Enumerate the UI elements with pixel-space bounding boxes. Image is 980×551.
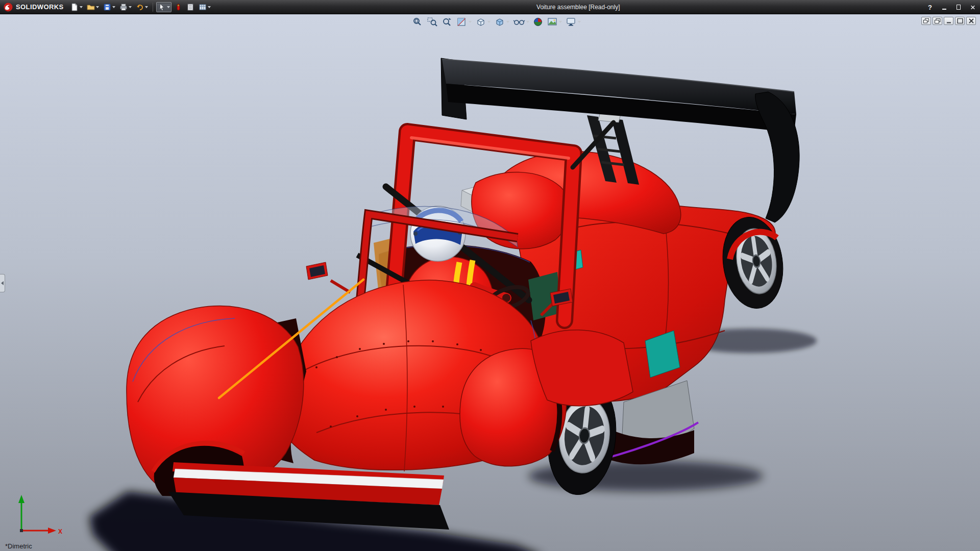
save-button[interactable] — [102, 2, 117, 12]
solidworks-window: SOLIDWORKS — [0, 0, 980, 551]
zoom-area-button[interactable] — [426, 16, 438, 28]
select-arrow-icon — [158, 3, 166, 11]
save-icon — [103, 3, 111, 11]
apply-scene-icon — [547, 17, 558, 27]
toolbar-separator — [153, 3, 153, 12]
dropdown-caret[interactable] — [526, 21, 529, 23]
dropdown-caret[interactable] — [578, 21, 581, 23]
zoom-fit-icon — [412, 17, 423, 27]
dropdown-caret[interactable] — [129, 6, 132, 8]
close-icon — [971, 5, 975, 10]
dropdown-caret[interactable] — [80, 6, 83, 8]
dropdown-caret[interactable] — [112, 6, 115, 8]
reference-triad[interactable]: X — [9, 493, 65, 539]
view-orientation-label: *Dimetric — [5, 542, 32, 550]
graphics-area[interactable]: X *Dimetric — [0, 14, 980, 551]
hide-show-items-icon — [513, 17, 525, 27]
section-view-icon — [456, 17, 468, 27]
standard-toolbar — [69, 2, 212, 12]
view-settings-button[interactable] — [565, 16, 581, 28]
select-button[interactable] — [156, 2, 172, 12]
dropdown-caret[interactable] — [167, 6, 170, 8]
display-style-button[interactable] — [494, 16, 510, 28]
zoom-fit-button[interactable] — [411, 16, 424, 28]
rebuild-button[interactable] — [173, 2, 184, 12]
minimize-window-icon — [946, 18, 952, 23]
flyout-arrow-icon — [1, 281, 4, 285]
brand-area: SOLIDWORKS — [0, 2, 69, 12]
options-icon — [199, 3, 207, 11]
restore-window-button[interactable] — [933, 17, 942, 25]
maximize-window-icon — [957, 18, 963, 23]
restore-window-icon — [935, 18, 941, 23]
properties-button[interactable] — [185, 2, 196, 12]
open-icon — [87, 3, 95, 11]
car-model-render[interactable] — [0, 14, 980, 551]
minimize-button[interactable] — [939, 2, 949, 12]
print-button[interactable] — [118, 2, 133, 12]
help-icon: ? — [928, 4, 932, 11]
display-style-icon — [494, 17, 505, 27]
edit-appearance-button[interactable] — [532, 16, 544, 28]
open-button[interactable] — [85, 2, 101, 12]
rebuild-icon — [174, 3, 182, 11]
print-icon — [119, 3, 128, 11]
dropdown-caret[interactable] — [145, 6, 148, 8]
document-window-controls — [921, 17, 976, 25]
new-document-icon — [70, 3, 79, 11]
cascade-window-button[interactable] — [921, 17, 931, 25]
minimize-icon — [942, 9, 946, 10]
undo-icon — [136, 3, 144, 11]
window-controls: ? — [925, 0, 978, 14]
feature-tree-flyout-handle[interactable] — [0, 274, 5, 292]
help-button[interactable]: ? — [925, 2, 935, 12]
cascade-icon — [923, 18, 929, 23]
options-button[interactable] — [197, 2, 212, 12]
view-orientation-button[interactable] — [475, 16, 491, 28]
undo-button[interactable] — [134, 2, 150, 12]
dropdown-caret[interactable] — [208, 6, 211, 8]
window-title: Voiture assemblee [Read-only] — [536, 0, 620, 14]
window-titlebar[interactable]: SOLIDWORKS — [0, 0, 980, 14]
hide-show-items-button[interactable] — [512, 16, 530, 28]
restore-icon — [957, 5, 961, 10]
dropdown-caret[interactable] — [96, 6, 99, 8]
close-window-button[interactable] — [966, 17, 976, 25]
brand-name: SOLIDWORKS — [16, 3, 64, 11]
dropdown-caret[interactable] — [506, 21, 509, 23]
view-settings-icon — [566, 17, 577, 27]
zoom-area-icon — [427, 17, 438, 27]
solidworks-logo-icon — [3, 2, 13, 12]
close-window-icon — [969, 18, 974, 23]
maximize-window-button[interactable] — [955, 17, 965, 25]
dropdown-caret[interactable] — [469, 21, 472, 23]
restore-button[interactable] — [953, 2, 964, 12]
close-button[interactable] — [968, 2, 978, 12]
new-document-button[interactable] — [69, 2, 84, 12]
apply-scene-button[interactable] — [546, 16, 562, 28]
zoom-selection-button[interactable] — [441, 16, 453, 28]
zoom-selection-icon — [442, 17, 453, 27]
triad-x-label: X — [58, 528, 62, 535]
dropdown-caret[interactable] — [559, 21, 562, 23]
edit-appearance-icon — [533, 17, 543, 27]
heads-up-toolbar — [411, 16, 581, 28]
dropdown-caret[interactable] — [487, 21, 491, 23]
section-view-button[interactable] — [456, 16, 472, 28]
properties-icon — [186, 3, 194, 11]
minimize-window-button[interactable] — [944, 17, 953, 25]
view-orientation-icon — [475, 17, 486, 27]
